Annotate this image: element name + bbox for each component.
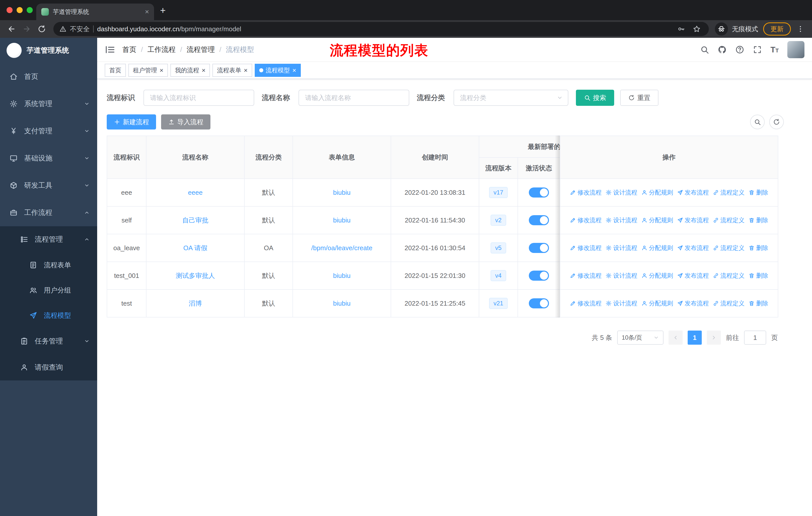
tag-home[interactable]: 首页 [105, 64, 126, 77]
next-page-button[interactable] [707, 331, 721, 345]
tag-tenant-management[interactable]: 租户管理× [128, 64, 168, 77]
prev-page-button[interactable] [669, 331, 683, 345]
font-size-icon[interactable]: TT [771, 46, 779, 54]
tab-close-icon[interactable]: × [145, 8, 149, 16]
action-publish-link[interactable]: 发布流程 [677, 216, 709, 224]
action-delete-link[interactable]: 删除 [749, 299, 768, 307]
action-publish-link[interactable]: 发布流程 [677, 244, 709, 252]
sidebar-item-process-form[interactable]: 流程表单 [0, 252, 97, 278]
action-definition-link[interactable]: 流程定义 [713, 272, 745, 280]
reload-button[interactable] [34, 21, 49, 36]
form-info-link[interactable]: biubiu [333, 189, 350, 196]
github-icon[interactable] [718, 45, 727, 54]
action-delete-link[interactable]: 删除 [749, 272, 768, 280]
sidebar-item-task-management[interactable]: 任务管理 [0, 328, 97, 354]
tag-close-icon[interactable]: × [244, 67, 248, 74]
model-name-link[interactable]: 测试多审批人 [176, 272, 215, 279]
tag-process-form[interactable]: 流程表单× [212, 64, 252, 77]
active-toggle[interactable] [529, 298, 549, 308]
action-design-link[interactable]: 设计流程 [606, 299, 637, 307]
sidebar-item-home[interactable]: 首页 [0, 63, 97, 90]
breadcrumb-workflow[interactable]: 工作流程 [141, 45, 176, 54]
action-assign-link[interactable]: 分配规则 [641, 216, 673, 224]
help-icon[interactable] [735, 45, 744, 54]
process-key-input[interactable] [143, 90, 254, 106]
fullscreen-icon[interactable] [753, 45, 762, 54]
action-design-link[interactable]: 设计流程 [606, 244, 637, 252]
action-publish-link[interactable]: 发布流程 [677, 272, 709, 280]
form-info-link[interactable]: biubiu [333, 300, 350, 307]
action-publish-link[interactable]: 发布流程 [677, 299, 709, 307]
action-delete-link[interactable]: 删除 [749, 216, 768, 224]
active-toggle[interactable] [529, 271, 549, 281]
model-name-link[interactable]: 滔博 [189, 300, 202, 307]
action-assign-link[interactable]: 分配规则 [641, 299, 673, 307]
action-definition-link[interactable]: 流程定义 [713, 244, 745, 252]
active-toggle[interactable] [529, 243, 549, 253]
sidebar-item-process-model[interactable]: 流程模型 [0, 303, 97, 328]
action-definition-link[interactable]: 流程定义 [713, 188, 745, 196]
page-1-button[interactable]: 1 [688, 331, 702, 345]
sidebar-item-payment-management[interactable]: 支付管理 [0, 117, 97, 145]
create-process-button[interactable]: 新建流程 [107, 114, 156, 130]
sidebar-item-process-management[interactable]: 流程管理 [0, 226, 97, 252]
sidebar-item-infrastructure[interactable]: 基础设施 [0, 145, 97, 172]
sidebar-item-user-group[interactable]: 用户分组 [0, 278, 97, 303]
address-bar[interactable]: 不安全 dashboard.yudao.iocoder.cn/bpm/manag… [53, 22, 709, 36]
form-info-link[interactable]: biubiu [333, 216, 350, 224]
process-name-input[interactable] [298, 90, 409, 106]
sidebar-item-dev-tools[interactable]: 研发工具 [0, 172, 97, 199]
import-process-button[interactable]: 导入流程 [161, 114, 210, 130]
action-design-link[interactable]: 设计流程 [606, 216, 637, 224]
security-label[interactable]: 不安全 [70, 25, 90, 33]
forward-button[interactable] [19, 21, 34, 36]
bookmark-star-icon[interactable] [693, 25, 701, 33]
sidebar-item-system-management[interactable]: 系统管理 [0, 90, 97, 117]
form-info-link[interactable]: biubiu [333, 272, 350, 279]
new-tab-button[interactable]: + [160, 5, 166, 15]
action-assign-link[interactable]: 分配规则 [641, 244, 673, 252]
update-button[interactable]: 更新 [763, 22, 791, 35]
tag-my-process[interactable]: 我的流程× [170, 64, 210, 77]
active-toggle[interactable] [529, 187, 549, 197]
tag-close-icon[interactable]: × [292, 67, 296, 74]
reset-button[interactable]: 重置 [620, 90, 659, 106]
model-name-link[interactable]: 自己审批 [182, 216, 208, 224]
goto-page-input[interactable] [744, 331, 766, 345]
breadcrumb-home[interactable]: 首页 [122, 45, 137, 54]
minimize-window-button[interactable] [17, 7, 23, 13]
action-edit-link[interactable]: 修改流程 [570, 216, 602, 224]
action-design-link[interactable]: 设计流程 [606, 272, 637, 280]
action-edit-link[interactable]: 修改流程 [570, 299, 602, 307]
browser-menu-button[interactable] [793, 21, 808, 36]
action-assign-link[interactable]: 分配规则 [641, 188, 673, 196]
action-delete-link[interactable]: 删除 [749, 244, 768, 252]
search-button[interactable]: 搜索 [576, 90, 614, 106]
sidebar-item-workflow[interactable]: 工作流程 [0, 199, 97, 226]
action-design-link[interactable]: 设计流程 [606, 188, 637, 196]
search-icon[interactable] [700, 45, 709, 54]
zoom-window-button[interactable] [27, 7, 33, 13]
browser-tab[interactable]: 芋道管理系统 × [36, 3, 154, 20]
action-assign-link[interactable]: 分配规则 [641, 272, 673, 280]
action-delete-link[interactable]: 删除 [749, 188, 768, 196]
action-edit-link[interactable]: 修改流程 [570, 244, 602, 252]
action-definition-link[interactable]: 流程定义 [713, 216, 745, 224]
tag-close-icon[interactable]: × [160, 67, 163, 74]
sidebar-fold-icon[interactable] [105, 44, 115, 55]
action-definition-link[interactable]: 流程定义 [713, 299, 745, 307]
close-window-button[interactable] [6, 7, 12, 13]
action-edit-link[interactable]: 修改流程 [570, 272, 602, 280]
form-info-link[interactable]: /bpm/oa/leave/create [311, 244, 373, 252]
process-category-select[interactable]: 流程分类 [454, 90, 568, 106]
model-name-link[interactable]: eeee [188, 189, 203, 196]
model-name-link[interactable]: OA 请假 [183, 244, 207, 252]
page-size-select[interactable]: 10条/页 [617, 331, 664, 345]
toggle-search-button[interactable] [750, 115, 765, 129]
tag-process-model[interactable]: 流程模型× [255, 64, 301, 77]
tag-close-icon[interactable]: × [202, 67, 205, 74]
breadcrumb-process-management[interactable]: 流程管理 [180, 45, 215, 54]
back-button[interactable] [4, 21, 19, 36]
active-toggle[interactable] [529, 215, 549, 225]
sidebar-item-leave-query[interactable]: 请假查询 [0, 354, 97, 380]
